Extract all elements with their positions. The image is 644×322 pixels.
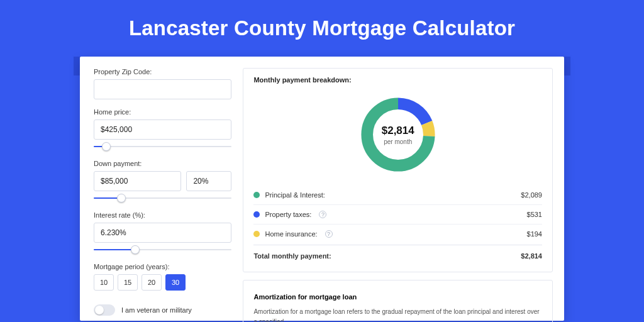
price-slider[interactable] — [94, 142, 231, 151]
rate-input[interactable] — [94, 223, 231, 243]
period-label: Mortgage period (years): — [94, 263, 231, 270]
price-label: Home price: — [94, 108, 231, 116]
period-option-20[interactable]: 20 — [142, 274, 162, 291]
price-input[interactable] — [94, 119, 231, 140]
period-group: Mortgage period (years): 10152030 — [94, 263, 231, 291]
down-percent-input[interactable] — [186, 171, 231, 191]
legend-dot-icon — [253, 192, 260, 198]
legend-row: Principal & Interest:$2,089 — [253, 186, 542, 204]
legend-value: $2,089 — [521, 191, 542, 199]
price-group: Home price: — [94, 108, 231, 151]
zip-input[interactable] — [94, 79, 231, 99]
period-options: 10152030 — [94, 274, 231, 291]
total-row: Total monthly payment: $2,814 — [253, 245, 542, 265]
amortization-title: Amortization for mortgage loan — [253, 293, 542, 301]
down-slider[interactable] — [94, 194, 231, 203]
help-icon[interactable]: ? — [325, 230, 333, 238]
down-group: Down payment: — [94, 160, 231, 203]
legend-label: Principal & Interest: — [265, 191, 325, 199]
legend-value: $531 — [527, 211, 542, 218]
legend-value: $194 — [527, 230, 542, 238]
donut-chart: $2,814 per month — [357, 94, 439, 175]
total-label: Total monthly payment: — [253, 252, 331, 260]
donut-wrap: $2,814 per month — [253, 90, 542, 186]
amortization-panel: Amortization for mortgage loan Amortizat… — [243, 280, 553, 322]
legend: Principal & Interest:$2,089Property taxe… — [253, 186, 542, 243]
period-option-15[interactable]: 15 — [118, 274, 138, 291]
veteran-toggle[interactable] — [94, 304, 115, 316]
down-amount-input[interactable] — [94, 171, 181, 191]
rate-slider[interactable] — [94, 245, 231, 254]
breakdown-panel: Monthly payment breakdown: $2,814 per mo… — [243, 68, 553, 272]
legend-label: Property taxes: — [265, 211, 311, 218]
legend-label: Home insurance: — [265, 230, 317, 238]
zip-group: Property Zip Code: — [94, 68, 231, 99]
rate-label: Interest rate (%): — [94, 211, 231, 219]
down-label: Down payment: — [94, 160, 231, 167]
form-column: Property Zip Code: Home price: Down paym… — [94, 68, 231, 321]
legend-dot-icon — [253, 211, 260, 218]
zip-label: Property Zip Code: — [94, 68, 231, 75]
breakdown-title: Monthly payment breakdown: — [253, 76, 542, 84]
legend-dot-icon — [253, 231, 260, 237]
donut-total: $2,814 — [382, 125, 414, 137]
donut-sub: per month — [384, 138, 412, 145]
help-icon[interactable]: ? — [319, 211, 326, 218]
rate-group: Interest rate (%): — [94, 211, 231, 254]
period-option-30[interactable]: 30 — [165, 274, 186, 291]
results-column: Monthly payment breakdown: $2,814 per mo… — [243, 68, 553, 321]
period-option-10[interactable]: 10 — [94, 274, 114, 291]
amortization-body: Amortization for a mortgage loan refers … — [253, 307, 542, 322]
legend-row: Home insurance:?$194 — [253, 224, 542, 243]
calculator-card: Property Zip Code: Home price: Down paym… — [80, 57, 564, 321]
page-title: Lancaster County Mortgage Calculator — [0, 0, 644, 57]
total-value: $2,814 — [521, 252, 542, 260]
legend-row: Property taxes:?$531 — [253, 204, 542, 224]
veteran-row: I am veteran or military — [94, 304, 231, 316]
veteran-label: I am veteran or military — [121, 306, 192, 314]
